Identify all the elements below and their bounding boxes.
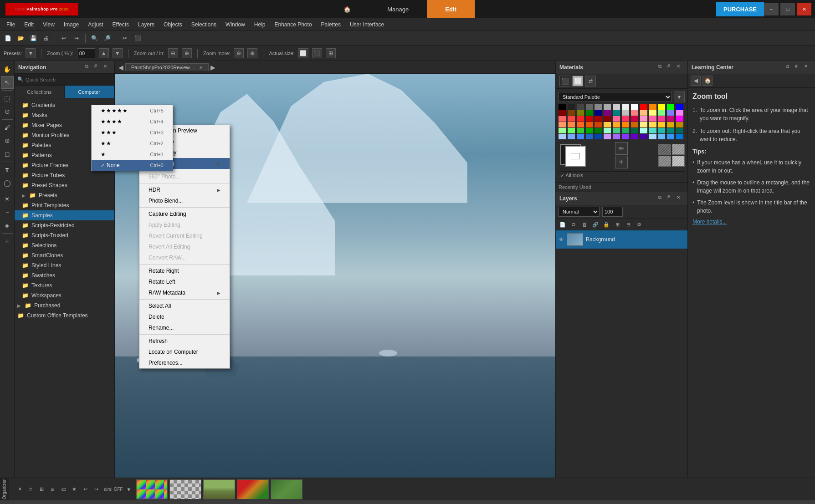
mat-swap-button[interactable]: ⇄ <box>585 76 596 87</box>
color-cell[interactable] <box>586 110 593 116</box>
tool-button-1[interactable]: ✂ <box>119 32 131 44</box>
palette-select[interactable]: Standard Palette <box>559 92 672 102</box>
color-cell[interactable] <box>568 104 575 110</box>
thumbnail-1[interactable] <box>136 479 168 499</box>
zoom-input[interactable] <box>77 48 95 58</box>
layer-settings-button[interactable]: ⚙ <box>634 220 644 229</box>
color-cell[interactable] <box>559 110 566 116</box>
ctx-select-all[interactable]: Select All <box>139 300 230 311</box>
tool-shape[interactable]: ◯ <box>1 177 14 189</box>
color-cell[interactable] <box>631 116 638 122</box>
search-input[interactable] <box>26 77 112 82</box>
color-cell[interactable] <box>631 110 638 116</box>
layer-visibility-icon[interactable]: 👁 <box>559 236 564 243</box>
rating-1-star[interactable]: ★ Ctrl+1 <box>92 149 173 160</box>
tab-edit[interactable]: Edit <box>427 0 475 18</box>
layers-pin-button[interactable]: # <box>667 195 675 202</box>
tree-item-custom-office[interactable]: 📁 Custom Office Templates <box>15 311 114 321</box>
group-layer-button[interactable]: ⊞ <box>612 220 622 229</box>
tree-item-scripts-trusted[interactable]: 📁 Scripts-Trusted <box>15 230 114 240</box>
tree-item-purchased[interactable]: ▶ 📁 Purchased <box>15 300 114 311</box>
color-cell[interactable] <box>622 104 629 110</box>
pattern-swatch[interactable] <box>658 144 671 155</box>
pin-button[interactable]: # <box>26 484 36 494</box>
color-cell[interactable] <box>577 110 584 116</box>
mat-close-button[interactable]: ✕ <box>677 64 684 71</box>
color-cell[interactable] <box>577 104 584 110</box>
color-cell[interactable] <box>568 128 575 133</box>
color-cell[interactable] <box>559 104 566 110</box>
color-cell[interactable] <box>577 128 584 133</box>
delete-layer-button[interactable]: 🗑 <box>579 220 589 229</box>
redo-bottom-button[interactable]: ↪ <box>91 484 101 494</box>
color-cell[interactable] <box>568 110 575 116</box>
grid-view-button[interactable]: ⊞ <box>36 484 46 494</box>
menu-user-interface[interactable]: User Interface <box>345 20 389 29</box>
zoom-out-button[interactable]: 🔎 <box>101 32 113 44</box>
tool-pan[interactable]: ✋ <box>1 63 14 76</box>
tree-item-smart-clones[interactable]: 📁 SmartClones <box>15 250 114 260</box>
color-cell[interactable] <box>604 122 611 127</box>
ctx-refresh[interactable]: Refresh <box>139 336 230 346</box>
menu-window[interactable]: Window <box>221 20 250 29</box>
copy-layer-button[interactable]: ⧉ <box>569 220 579 229</box>
tab-manage[interactable]: Manage <box>369 0 427 18</box>
color-cell[interactable] <box>640 110 647 116</box>
tree-item-textures[interactable]: 📁 Textures <box>15 280 114 290</box>
bottom-more-button[interactable]: ▼ <box>124 484 134 494</box>
color-cell[interactable] <box>631 134 638 139</box>
pattern-swatch-4[interactable] <box>672 156 685 167</box>
color-cell[interactable] <box>568 116 575 122</box>
lc-home-button[interactable]: 🏠 <box>702 76 712 86</box>
open-button[interactable]: 📂 <box>15 32 26 44</box>
image-tab-close[interactable]: ✕ <box>199 65 203 70</box>
menu-file[interactable]: File <box>2 20 20 29</box>
tree-item-preset-shapes[interactable]: 📁 Preset Shapes <box>15 180 114 190</box>
color-cell[interactable] <box>586 128 593 133</box>
tree-item-print-templates[interactable]: 📁 Print Templates <box>15 200 114 210</box>
opacity-input[interactable] <box>602 207 623 217</box>
color-cell[interactable] <box>613 134 620 139</box>
color-cell[interactable] <box>676 128 683 133</box>
undo-bottom-button[interactable]: ↩ <box>80 484 90 494</box>
zoom-in-btn[interactable]: ⊕ <box>182 48 192 58</box>
zoom-more-in[interactable]: ⊕ <box>247 48 257 58</box>
tree-item-scripts-restricted[interactable]: 📁 Scripts-Restricted <box>15 220 114 230</box>
color-cell[interactable] <box>649 122 656 127</box>
actual-size-btn[interactable]: ⬜ <box>298 48 308 58</box>
color-cell[interactable] <box>649 128 656 133</box>
tab-prev-button[interactable]: ◀ <box>118 64 123 71</box>
color-cell[interactable] <box>649 110 656 116</box>
color-cell[interactable] <box>649 134 656 139</box>
lc-back-button[interactable]: ◀ <box>691 76 701 86</box>
color-cell[interactable] <box>667 128 674 133</box>
lock-layer-button[interactable]: 🔒 <box>601 220 611 229</box>
color-cell[interactable] <box>595 110 602 116</box>
lc-more-details-link[interactable]: More details... <box>692 219 810 225</box>
color-cell[interactable] <box>595 122 602 127</box>
color-cell[interactable] <box>577 116 584 122</box>
thumbnail-2[interactable] <box>169 479 201 499</box>
rating-3-stars[interactable]: ★★★ Ctrl+3 <box>92 127 173 138</box>
color-cell[interactable] <box>613 116 620 122</box>
menu-view[interactable]: View <box>38 20 59 29</box>
menu-selections[interactable]: Selections <box>187 20 221 29</box>
tree-item-presets[interactable]: ▶ 📁 Presets <box>15 190 114 200</box>
color-cell[interactable] <box>613 122 620 127</box>
ctx-photo-blend[interactable]: Photo Blend... <box>139 195 230 206</box>
tree-item-samples[interactable]: 📁 Samples <box>15 210 114 220</box>
color-cell[interactable] <box>577 122 584 127</box>
ctx-raw-metadata[interactable]: RAW Metadata ▶ <box>139 287 230 298</box>
color-cell[interactable] <box>640 134 647 139</box>
color-cell[interactable] <box>559 134 566 139</box>
lc-float-button[interactable]: ⧉ <box>786 64 793 71</box>
color-cell[interactable] <box>631 104 638 110</box>
collapse-button[interactable]: ✕ <box>15 484 25 494</box>
tool-text[interactable]: T <box>1 163 14 176</box>
mat-pin-button[interactable]: # <box>667 64 675 71</box>
color-cell[interactable] <box>595 128 602 133</box>
color-cell[interactable] <box>568 122 575 127</box>
menu-image[interactable]: Image <box>59 20 83 29</box>
rating-5-stars[interactable]: ★★★★★ Ctrl+5 <box>92 105 173 116</box>
presets-dropdown[interactable]: ▼ <box>26 48 36 58</box>
